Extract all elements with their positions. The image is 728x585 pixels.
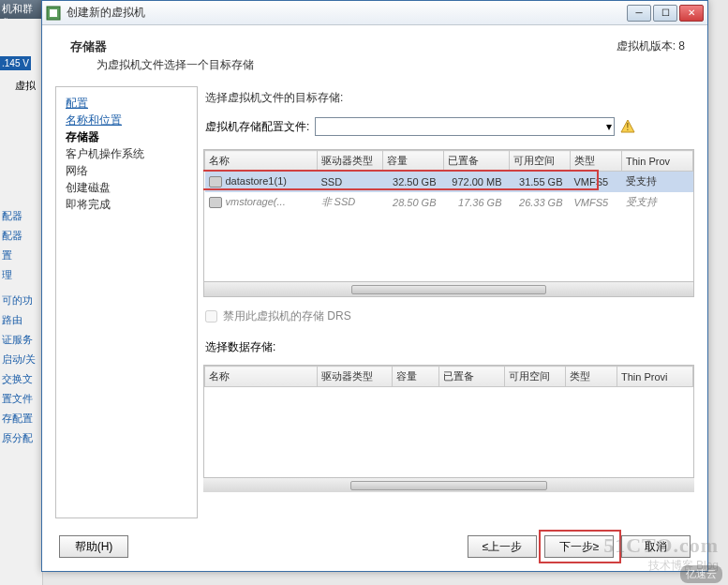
vm-version-label: 虚拟机版本: 8: [617, 38, 685, 54]
bg-sidebar-partial: 配器 配器 置 理 可的功 路由 证服务 启动/关 交换文 置文件 存配置 原分…: [0, 206, 37, 448]
table-header-row: 名称 驱动器类型 容量 已置备 可用空间 类型 Thin Prov: [205, 151, 693, 172]
datastore-icon: [209, 176, 222, 188]
step-storage[interactable]: 存储器: [66, 128, 187, 145]
svg-text:!: !: [627, 122, 630, 132]
page-subtitle: 为虚拟机文件选择一个目标存储: [97, 57, 254, 73]
minimize-button[interactable]: ─: [627, 5, 651, 22]
step-network[interactable]: 网络: [66, 162, 187, 179]
table-header-row: 名称 驱动器类型 容量 已置备 可用空间 类型 Thin Provi: [205, 367, 693, 387]
back-button[interactable]: ≤上一步: [468, 535, 537, 558]
svg-rect-1: [50, 9, 57, 17]
drs-checkbox-input: [205, 310, 217, 322]
horizontal-scrollbar[interactable]: [204, 281, 693, 296]
bg-tab: 虚拟: [15, 79, 36, 93]
disable-drs-checkbox[interactable]: 禁用此虚拟机的存储 DRS: [205, 308, 692, 324]
bg-toolbar: 机和群集: [0, 0, 43, 19]
warning-icon: !: [620, 119, 635, 134]
horizontal-scrollbar[interactable]: [203, 477, 694, 492]
chevron-down-icon: ▾: [606, 120, 612, 133]
step-guest-os[interactable]: 客户机操作系统: [66, 145, 187, 162]
step-create-disk[interactable]: 创建磁盘: [66, 179, 187, 196]
maximize-button[interactable]: ☐: [653, 5, 677, 22]
close-button[interactable]: ✕: [679, 5, 704, 22]
wizard-window: 创建新的虚拟机 ─ ☐ ✕ 存储器 为虚拟机文件选择一个目标存储 虚拟机版本: …: [41, 0, 708, 572]
select-datastore-label: 选择数据存储:: [203, 336, 694, 359]
next-button[interactable]: 下一步≥: [544, 535, 614, 558]
wizard-steps: 配置 名称和位置 存储器 客户机操作系统 网络 创建磁盘 即将完成: [55, 86, 198, 518]
datastore-icon: [209, 197, 222, 208]
watermark-yisu: 亿速云: [680, 565, 722, 583]
help-button[interactable]: 帮助(H): [59, 535, 128, 558]
select-datastore-table[interactable]: 名称 驱动器类型 容量 已置备 可用空间 类型 Thin Provi: [203, 365, 694, 487]
datastore-table[interactable]: 名称 驱动器类型 容量 已置备 可用空间 类型 Thin Prov: [203, 149, 694, 297]
page-title: 存储器: [70, 38, 254, 55]
step-finish[interactable]: 即将完成: [66, 196, 187, 213]
storage-profile-select[interactable]: ▾: [315, 117, 615, 136]
datastore-row[interactable]: vmstorage(... 非 SSD 28.50 GB 17.36 GB 26…: [205, 192, 693, 213]
titlebar: 创建新的虚拟机 ─ ☐ ✕: [42, 1, 707, 25]
window-title: 创建新的虚拟机: [67, 5, 627, 21]
storage-prompt: 选择虚拟机文件的目标存储:: [203, 86, 694, 112]
bg-ip: .145 V: [0, 56, 31, 70]
app-icon: [46, 6, 61, 21]
cancel-button[interactable]: 取消: [621, 535, 691, 558]
storage-profile-label: 虚拟机存储配置文件:: [205, 119, 309, 135]
step-name-location[interactable]: 名称和位置: [66, 112, 187, 128]
step-config[interactable]: 配置: [66, 95, 187, 112]
datastore-row[interactable]: datastore1(1) SSD 32.50 GB 972.00 MB 31.…: [205, 172, 693, 192]
